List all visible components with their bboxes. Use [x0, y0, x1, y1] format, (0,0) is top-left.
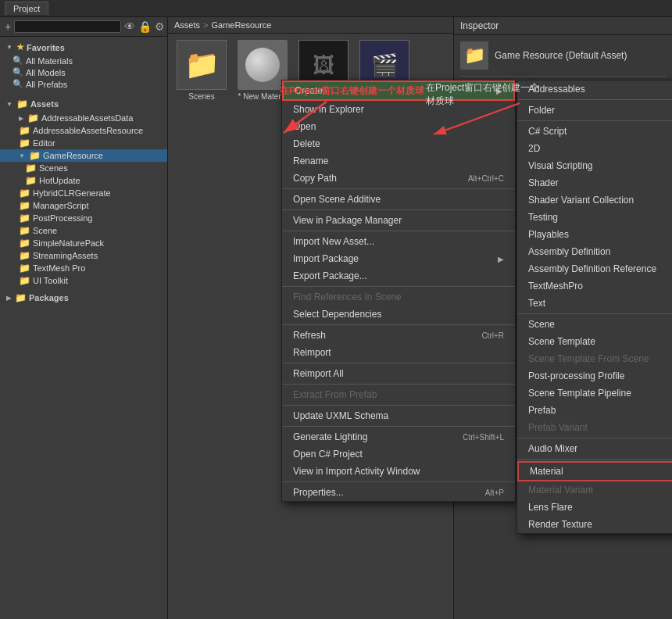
sub-shader-variant[interactable]: Shader Variant Collection: [517, 191, 672, 209]
ctx-export-package[interactable]: Export Package...: [282, 267, 515, 284]
sub-scene-template-from-scene: Scene Template From Scene: [517, 350, 672, 367]
tree-textmesh[interactable]: 📁 TextMesh Pro: [0, 262, 167, 274]
sub-material-variant: Material Variant: [517, 481, 672, 499]
sub-sp-label: Scene Template Pipeline: [528, 388, 631, 399]
hu-folder: 📁: [25, 175, 37, 186]
ctx-create-arrow: ▶: [496, 87, 502, 95]
assets-header[interactable]: ▼ 📁 Assets: [0, 96, 167, 112]
ctx-div-1: [282, 188, 515, 189]
ctx-view-import[interactable]: View in Import Activity Window: [282, 463, 515, 480]
tree-addressable-data[interactable]: ▶ 📁 AddressableAssetsData: [0, 112, 167, 124]
tree-editor[interactable]: 📁 Editor: [0, 137, 167, 149]
sc-label: Scene: [33, 226, 57, 235]
tree-hotupdate[interactable]: 📁 HotUpdate: [0, 174, 167, 187]
ctx-open-scene[interactable]: Open Scene Additive: [282, 191, 515, 208]
ctx-view-package[interactable]: View in Package Manager: [282, 212, 515, 229]
sub-tmp-label: TextMeshPro: [528, 281, 583, 292]
sc-folder: 📁: [19, 225, 30, 236]
ctx-open-csharp-label: Open C# Project: [293, 449, 363, 460]
sub-render-texture[interactable]: Render Texture: [517, 516, 672, 533]
tree-gameresource[interactable]: ▼ 📁 GameResource: [0, 149, 167, 162]
sub-material[interactable]: Material: [517, 461, 672, 481]
sub-csharp[interactable]: C# Script: [517, 123, 672, 140]
ctx-copy-path[interactable]: Copy Path Alt+Ctrl+C: [282, 170, 515, 187]
favorites-header[interactable]: ▼ ★ Favorites: [0, 40, 167, 55]
pp-folder: 📁: [19, 213, 30, 224]
sub-prefab[interactable]: Prefab: [517, 402, 672, 419]
ctx-open[interactable]: Open: [282, 118, 515, 135]
sub-audio-mixer[interactable]: Audio Mixer: [517, 440, 672, 457]
sub-textmeshpro[interactable]: TextMeshPro ▶: [517, 277, 672, 295]
tree-simplenature[interactable]: 📁 SimpleNaturePack: [0, 237, 167, 249]
ctx-show-explorer-label: Show in Explorer: [293, 104, 364, 115]
sub-ad-label: Assembly Definition: [528, 246, 610, 257]
sub-shader[interactable]: Shader: [517, 174, 672, 191]
ctx-reimport[interactable]: Reimport: [282, 344, 515, 361]
ctx-div-4: [282, 286, 515, 287]
gr-folder: 📁: [29, 150, 41, 161]
sub-assembly-def[interactable]: Assembly Definition: [517, 243, 672, 260]
sub-2d[interactable]: 2D ▶: [517, 140, 672, 157]
search-icon: 🔍: [13, 55, 23, 66]
sub-addressables[interactable]: Addressables ▶: [517, 81, 672, 98]
tree-streaming[interactable]: 📁 StreamingAssets: [0, 249, 167, 262]
inspector-header: Inspector: [454, 17, 672, 35]
sub-scene-template[interactable]: Scene Template: [517, 333, 672, 350]
ctx-open-csharp[interactable]: Open C# Project: [282, 445, 515, 463]
lock-icon[interactable]: 🔒: [138, 20, 152, 34]
ctx-delete[interactable]: Delete: [282, 135, 515, 152]
sub-text[interactable]: Text ▶: [517, 295, 672, 312]
sub-post-processing[interactable]: Post-processing Profile: [517, 367, 672, 385]
sub-scene[interactable]: Scene: [517, 316, 672, 333]
tree-uitoolkit[interactable]: 📁 UI Toolkit: [0, 274, 167, 287]
sub-visual-scripting[interactable]: Visual Scripting: [517, 157, 672, 174]
ctx-div-10: [282, 481, 515, 482]
hu-label: HotUpdate: [39, 176, 80, 185]
add-button[interactable]: +: [5, 20, 11, 34]
tree-manager[interactable]: 📁 ManagerScript: [0, 199, 167, 212]
tree-hybridclr[interactable]: 📁 HybridCLRGenerate: [0, 187, 167, 199]
tree-postprocessing[interactable]: 📁 PostProcessing: [0, 212, 167, 224]
tree-scene[interactable]: 📁 Scene: [0, 224, 167, 237]
sub-playables[interactable]: Playables ▶: [517, 226, 672, 243]
fav-all-materials[interactable]: 🔍 All Materials: [0, 55, 167, 66]
path-gameresource: GameResource: [211, 20, 271, 30]
ctx-refresh[interactable]: Refresh Ctrl+R: [282, 327, 515, 344]
center-panel: Assets > GameResource 📁 Scenes * New Mat…: [168, 17, 453, 619]
ctx-properties[interactable]: Properties... Alt+P: [282, 484, 515, 501]
favorites-section: ▼ ★ Favorites 🔍 All Materials 🔍 All Mode…: [0, 37, 167, 93]
ctx-gen-lighting[interactable]: Generate Lighting Ctrl+Shift+L: [282, 428, 515, 445]
fav-all-prefabs[interactable]: 🔍 All Prefabs: [0, 78, 167, 90]
asset-scenes[interactable]: 📁 Scenes: [174, 40, 229, 101]
ctx-reimport-all[interactable]: Reimport All: [282, 365, 515, 382]
ctx-create[interactable]: Create ▶: [282, 81, 515, 101]
tree-scenes[interactable]: 📁 Scenes: [0, 162, 167, 174]
sub-assembly-ref[interactable]: Assembly Definition Reference: [517, 260, 672, 277]
ctx-import-package[interactable]: Import Package ▶: [282, 250, 515, 267]
pp-label: PostProcessing: [33, 213, 92, 223]
packages-header[interactable]: ▶ 📁 Packages: [0, 290, 167, 306]
ctx-open-label: Open: [293, 121, 316, 132]
ctx-update-uxml[interactable]: Update UXML Schema: [282, 407, 515, 424]
ctx-properties-label: Properties...: [293, 487, 344, 498]
sub-folder[interactable]: Folder: [517, 102, 672, 119]
sub-sv-label: Shader Variant Collection: [528, 195, 634, 206]
ctx-div-2: [282, 209, 515, 210]
ctx-import-asset[interactable]: Import New Asset...: [282, 233, 515, 250]
ctx-rename[interactable]: Rename: [282, 152, 515, 170]
tree-addressable-res[interactable]: 📁 AddressableAssetsResource: [0, 124, 167, 137]
ctx-select-deps[interactable]: Select Dependencies: [282, 306, 515, 323]
gear-icon[interactable]: ⚙: [155, 20, 165, 34]
ctx-show-explorer[interactable]: Show in Explorer: [282, 101, 515, 118]
sa-label: StreamingAssets: [33, 251, 98, 260]
project-tab[interactable]: Project: [5, 2, 48, 15]
search-input[interactable]: [14, 20, 121, 33]
fav-all-models[interactable]: 🔍 All Models: [0, 66, 167, 78]
sub-testing[interactable]: Testing ▶: [517, 209, 672, 226]
sub-lf-label: Lens Flare: [528, 502, 573, 513]
fav-label-2: All Models: [26, 68, 66, 77]
sub-lens-flare[interactable]: Lens Flare: [517, 499, 672, 516]
sub-scene-pipeline[interactable]: Scene Template Pipeline: [517, 385, 672, 402]
eye-icon[interactable]: 👁: [124, 20, 135, 34]
addr-label: AddressableAssetsData: [41, 113, 133, 123]
